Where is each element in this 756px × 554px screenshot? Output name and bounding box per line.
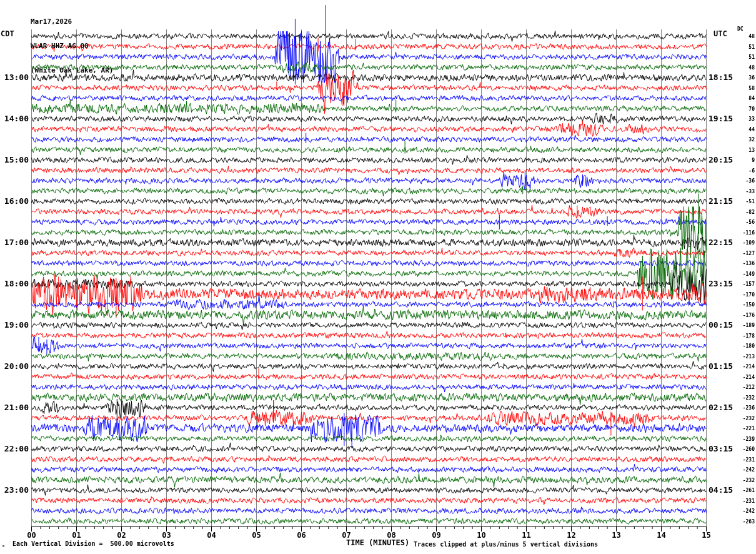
cdt-hour-label: 21:00 xyxy=(0,403,29,411)
x-tick-label: 02 xyxy=(112,531,131,539)
dc-offset-value: -231 xyxy=(724,498,755,504)
dc-offset-value: -33 xyxy=(724,189,755,194)
dc-offset-value: 44 xyxy=(724,127,755,133)
cdt-hour-label: 15:00 xyxy=(0,156,29,164)
x-tick-label: 00 xyxy=(22,531,41,539)
dc-offset-value: -232 xyxy=(724,416,755,421)
dc-offset-value: 33 xyxy=(724,116,755,122)
dc-offset-value: 48 xyxy=(724,65,755,71)
x-tick-label: 14 xyxy=(652,531,671,539)
dc-offset-value: -157 xyxy=(724,281,755,287)
seismogram-trace-canvas xyxy=(0,0,756,554)
x-tick-label: 05 xyxy=(247,531,266,539)
x-tick-label: 01 xyxy=(67,531,86,539)
title-location: (White Oak Lake, AR) xyxy=(31,66,113,74)
dc-offset-value: -214 xyxy=(724,375,755,380)
dc-offset-value: -51 xyxy=(724,199,755,204)
x-tick-label: 03 xyxy=(157,531,176,539)
x-tick-label: 11 xyxy=(517,531,536,539)
dc-offset-value: -212 xyxy=(724,385,755,390)
dc-offset-value: -261 xyxy=(724,488,755,493)
dc-offset-value: 48 xyxy=(724,34,755,39)
cdt-hour-label: 22:00 xyxy=(0,445,29,453)
dc-offset-value: -82 xyxy=(724,209,755,215)
dc-offset-value: -232 xyxy=(724,478,755,483)
title-station: WLAR HHZ AG 00 xyxy=(31,42,113,50)
dc-offset-header: DC xyxy=(737,26,744,32)
title-date: Mar17,2026 xyxy=(31,18,113,26)
dc-offset-value: -180 xyxy=(724,343,755,349)
dc-offset-value: -236 xyxy=(724,405,755,411)
cdt-hour-label: 17:00 xyxy=(0,238,29,246)
title-block: Mar17,2026 WLAR HHZ AG 00 (White Oak Lak… xyxy=(31,1,113,91)
x-tick-label: 13 xyxy=(607,531,626,539)
helicorder-screen: Mar17,2026 WLAR HHZ AG 00 (White Oak Lak… xyxy=(0,0,756,554)
x-axis-title: TIME (MINUTES) xyxy=(346,538,409,547)
dc-offset-value: -232 xyxy=(724,395,755,401)
dc-offset-value: -214 xyxy=(724,364,755,370)
dc-offset-value: -176 xyxy=(724,313,755,318)
x-tick-label: 06 xyxy=(292,531,311,539)
cdt-hour-label: 13:00 xyxy=(0,73,29,81)
dc-offset-value: -260 xyxy=(724,446,755,452)
dc-offset-value: -221 xyxy=(724,426,755,431)
cdt-hour-label: 16:00 xyxy=(0,197,29,205)
dc-offset-value: 70 xyxy=(724,106,755,112)
dc-offset-value: -170 xyxy=(724,292,755,298)
dc-offset-value: -189 xyxy=(724,323,755,328)
dc-offset-value: -136 xyxy=(724,261,755,266)
cdt-hour-label: 20:00 xyxy=(0,362,29,370)
cdt-hour-label: 23:00 xyxy=(0,486,29,494)
cdt-hour-label: 18:00 xyxy=(0,280,29,288)
dc-offset-value: -263 xyxy=(724,519,755,525)
dc-offset-value: -56 xyxy=(724,219,755,225)
dc-offset-value: 51 xyxy=(724,44,755,50)
dc-offset-value: 84 xyxy=(724,96,755,101)
dc-offset-value: -109 xyxy=(724,240,755,246)
dc-offset-value: -36 xyxy=(724,178,755,184)
cdt-hour-label: 14:00 xyxy=(0,114,29,123)
x-tick-label: 10 xyxy=(472,531,491,539)
dc-offset-value: -116 xyxy=(724,230,755,236)
dc-offset-value: 51 xyxy=(724,54,755,60)
cdt-hour-label: 19:00 xyxy=(0,321,29,329)
x-tick-label: 15 xyxy=(697,531,716,539)
dc-offset-value: 32 xyxy=(724,137,755,143)
dc-offset-value: -231 xyxy=(724,457,755,463)
dc-offset-value: -242 xyxy=(724,508,755,514)
dc-offset-value: 36 xyxy=(724,75,755,81)
timezone-label-left: CDT xyxy=(1,29,14,38)
dc-offset-value: -178 xyxy=(724,333,755,339)
dc-offset-value: 58 xyxy=(724,86,755,91)
scale-note: Each Vertical Division = 500.00 microvol… xyxy=(12,540,174,547)
dc-offset-value: -150 xyxy=(724,302,755,308)
logo-mark: ₘ xyxy=(2,542,5,548)
dc-offset-value: -239 xyxy=(724,436,755,442)
dc-offset-value: -242 xyxy=(724,467,755,473)
dc-offset-value: 13 xyxy=(724,148,755,153)
dc-offset-value: 9 xyxy=(724,158,755,163)
clip-note: Traces clipped at plus/minus 5 vertical … xyxy=(414,541,598,548)
dc-offset-value: -127 xyxy=(724,251,755,256)
x-tick-label: 09 xyxy=(427,531,446,539)
dc-offset-value: -213 xyxy=(724,354,755,360)
x-tick-label: 04 xyxy=(202,531,221,539)
x-tick-label: 12 xyxy=(562,531,581,539)
dc-offset-value: -6 xyxy=(724,168,755,174)
dc-offset-value: -149 xyxy=(724,271,755,277)
